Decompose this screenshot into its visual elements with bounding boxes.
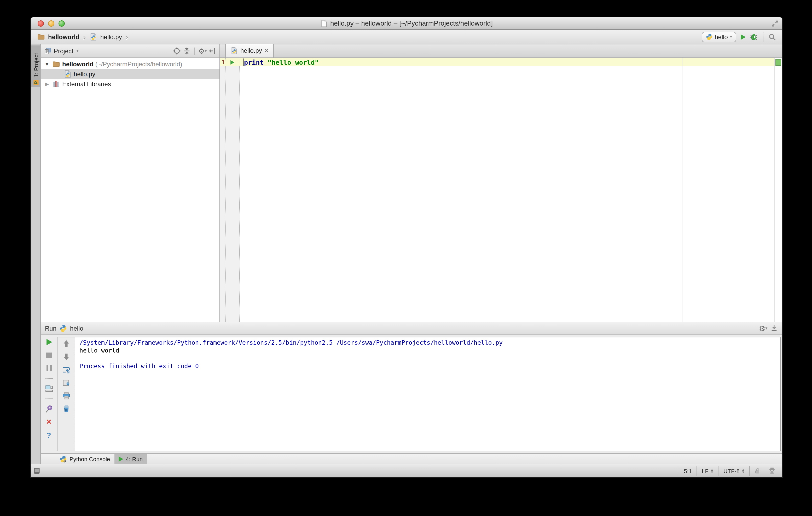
console-frame: /System/Library/Frameworks/Python.framew… bbox=[57, 337, 781, 451]
encoding-select[interactable]: UTF-8 ▲▼ bbox=[718, 466, 749, 476]
console-toolbar bbox=[57, 337, 75, 451]
tree-row-hello-py[interactable]: hello.py bbox=[41, 69, 220, 79]
search-everywhere-icon[interactable] bbox=[768, 33, 776, 40]
help-icon[interactable]: ? bbox=[45, 431, 53, 439]
tree-row-external-libraries[interactable]: ▶ External Libraries bbox=[41, 79, 220, 89]
chevron-right-icon: › bbox=[83, 32, 86, 41]
title-bar[interactable]: hello.py – helloworld – [~/PycharmProjec… bbox=[31, 17, 782, 30]
rerun-button[interactable] bbox=[45, 338, 53, 346]
highlighting-level-icon[interactable] bbox=[768, 467, 776, 475]
down-stack-trace-icon[interactable] bbox=[62, 353, 70, 361]
toggle-toolbars-icon[interactable] bbox=[33, 467, 40, 474]
read-only-lock-icon[interactable] bbox=[754, 467, 761, 474]
python-icon bbox=[60, 325, 67, 332]
editor-area: hello.py × 1 print"hello world" bbox=[220, 44, 782, 322]
up-stack-trace-icon[interactable] bbox=[62, 339, 70, 348]
bottom-tool-window-bar: Python Console 4: Run bbox=[41, 453, 782, 464]
pycharm-window: hello.py – helloworld – [~/PycharmProjec… bbox=[31, 17, 782, 477]
close-panel-icon[interactable]: × bbox=[45, 418, 53, 426]
console-exit-line: Process finished with exit code 0 bbox=[80, 362, 776, 370]
run-line-icon[interactable] bbox=[229, 59, 235, 65]
desktop: hello.py – helloworld – [~/PycharmProjec… bbox=[0, 0, 812, 516]
updown-arrows-icon: ▲▼ bbox=[742, 468, 745, 473]
run-configuration-label: hello bbox=[715, 33, 728, 40]
window-title: hello.py – helloworld – [~/PycharmProjec… bbox=[330, 19, 493, 27]
run-button[interactable] bbox=[740, 33, 747, 40]
code-editor[interactable]: 1 print"hello world" bbox=[220, 58, 782, 322]
debug-button[interactable] bbox=[750, 33, 758, 41]
inspection-status-indicator[interactable] bbox=[776, 59, 781, 66]
line-number: 1 bbox=[220, 58, 226, 66]
run-icon bbox=[118, 456, 123, 461]
console-blank-line bbox=[80, 355, 776, 362]
run-toolbar: × ? bbox=[41, 337, 57, 451]
console-command-line: /System/Library/Frameworks/Python.framew… bbox=[80, 339, 776, 347]
close-tab-icon[interactable]: × bbox=[265, 48, 268, 53]
status-bar: 5:1 LF ▲▼ UTF-8 ▲▼ bbox=[31, 464, 782, 477]
console-stdout-line: hello world bbox=[80, 347, 776, 355]
expand-open-icon[interactable]: ▼ bbox=[44, 61, 50, 67]
print-icon[interactable] bbox=[62, 392, 70, 400]
minimize-window-button[interactable] bbox=[48, 20, 54, 27]
left-tool-window-strip: 1: Project bbox=[31, 44, 41, 464]
pycharm-icon bbox=[33, 80, 39, 86]
python-icon bbox=[706, 33, 713, 40]
run-panel-header[interactable]: Run hello ⚙▾ bbox=[41, 322, 782, 335]
project-view-icon bbox=[44, 47, 52, 55]
chevron-down-icon: ▾ bbox=[730, 34, 732, 39]
tree-row-project-root[interactable]: ▼ helloworld (~/PycharmProjects/hellowor… bbox=[41, 59, 220, 69]
toolbar-separator bbox=[45, 398, 53, 399]
tab-hello-py[interactable]: hello.py × bbox=[225, 44, 274, 57]
stop-button[interactable] bbox=[45, 351, 53, 359]
folder-icon bbox=[37, 33, 45, 41]
caret-position[interactable]: 5:1 bbox=[679, 466, 697, 476]
settings-gear-icon[interactable]: ⚙▾ bbox=[759, 324, 767, 332]
folder-icon bbox=[52, 60, 60, 68]
line-separator-select[interactable]: LF ▲▼ bbox=[697, 466, 718, 476]
hide-panel-icon[interactable] bbox=[208, 47, 216, 55]
close-window-button[interactable] bbox=[38, 20, 44, 27]
run-panel-title: Run bbox=[45, 325, 56, 332]
show-console-icon[interactable] bbox=[45, 385, 53, 393]
hide-panel-icon[interactable] bbox=[770, 324, 778, 332]
traffic-lights bbox=[38, 20, 65, 27]
run-tool-window: Run hello ⚙▾ bbox=[41, 322, 782, 453]
python-file-icon bbox=[64, 70, 71, 78]
run-tool-window-button[interactable]: 4: Run bbox=[114, 454, 147, 464]
toolbar-separator bbox=[194, 47, 195, 55]
library-icon bbox=[52, 80, 60, 88]
editor-gutter bbox=[220, 66, 240, 322]
python-file-icon bbox=[230, 47, 238, 54]
project-panel-title[interactable]: Project bbox=[54, 47, 74, 55]
chevron-down-icon[interactable]: ▾ bbox=[77, 49, 79, 53]
navigation-bar: helloworld › hello.py › hello ▾ bbox=[31, 30, 782, 44]
project-panel-header: Project ▾ ⚙▾ bbox=[41, 44, 220, 58]
soft-wraps-icon[interactable] bbox=[62, 366, 70, 374]
run-panel-config: hello bbox=[70, 325, 83, 332]
breadcrumb-project[interactable]: helloworld bbox=[48, 33, 80, 40]
clear-all-icon[interactable] bbox=[62, 405, 70, 413]
settings-gear-icon[interactable]: ⚙▾ bbox=[199, 47, 206, 55]
console-output[interactable]: /System/Library/Frameworks/Python.framew… bbox=[75, 337, 780, 451]
python-console-icon bbox=[60, 455, 67, 462]
scroll-from-source-icon[interactable] bbox=[173, 47, 181, 55]
python-file-icon bbox=[89, 33, 97, 41]
project-panel: Project ▾ ⚙▾ ▼ bbox=[41, 44, 220, 322]
breadcrumb-file[interactable]: hello.py bbox=[100, 33, 122, 40]
expand-closed-icon[interactable]: ▶ bbox=[44, 81, 50, 86]
project-tree: ▼ helloworld (~/PycharmProjects/hellowor… bbox=[41, 58, 220, 322]
chevron-right-icon: › bbox=[126, 32, 128, 41]
collapse-all-icon[interactable] bbox=[183, 47, 191, 55]
zoom-window-button[interactable] bbox=[59, 20, 65, 27]
toolbar-separator bbox=[45, 378, 53, 378]
scroll-to-end-icon[interactable] bbox=[62, 378, 70, 387]
error-stripe bbox=[774, 58, 782, 322]
python-console-button[interactable]: Python Console bbox=[55, 454, 114, 464]
editor-tab-bar: hello.py × bbox=[220, 44, 782, 58]
right-margin-guide bbox=[682, 58, 683, 322]
pin-tab-icon[interactable] bbox=[45, 405, 53, 413]
run-configuration-select[interactable]: hello ▾ bbox=[701, 32, 736, 42]
pause-output-button[interactable] bbox=[45, 364, 53, 372]
fullscreen-icon[interactable] bbox=[771, 20, 779, 27]
project-tool-window-button[interactable]: 1: Project bbox=[31, 45, 41, 87]
